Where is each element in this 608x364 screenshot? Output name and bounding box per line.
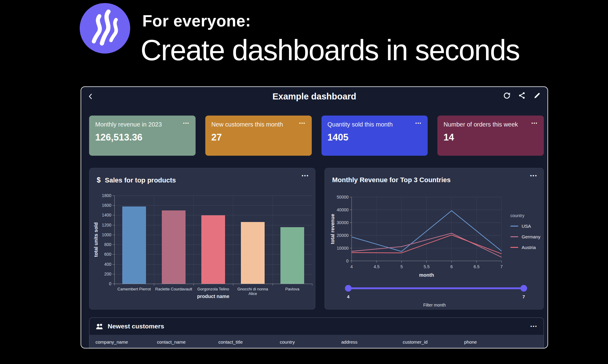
x-tick-label: 5: [400, 264, 403, 269]
page: For everyone: Create dashboards in secon…: [0, 0, 608, 364]
kpi-card-quantity-sold[interactable]: Quantity sold this month••• 1405: [321, 116, 428, 156]
window-actions: [502, 91, 541, 100]
y-tick: [113, 196, 114, 196]
slider-handle-min[interactable]: [345, 285, 352, 292]
column-header-customer-id[interactable]: customer_id: [403, 339, 464, 348]
bar-raclette-courdavault[interactable]: [162, 210, 186, 284]
chart-legend: countryUSAGermanyAustria: [510, 213, 540, 250]
x-category-label: Gorgonzola Telino: [193, 287, 233, 291]
slider-handle-max[interactable]: [520, 285, 527, 292]
y-axis-line: [114, 196, 115, 284]
y-tick: [113, 205, 114, 206]
kpi-cards-row: Monthly revenue in 2023••• 126,513.36 Ne…: [89, 116, 544, 156]
logo-circle: [80, 3, 130, 54]
kpi-card-orders-week[interactable]: Number of orders this week••• 14: [437, 116, 544, 156]
edit-pencil-icon: [533, 92, 541, 99]
slider-track[interactable]: [348, 287, 524, 289]
flame-logo-icon: [80, 3, 130, 54]
kpi-card-new-customers[interactable]: New customers this month••• 27: [205, 116, 312, 156]
month-filter-slider: 4 7 Filter month: [325, 283, 544, 309]
legend-item-austria[interactable]: Austria: [510, 245, 540, 250]
bar-camembert-pierrot[interactable]: [122, 206, 146, 284]
people-icon: [96, 323, 104, 330]
refresh-icon: [503, 92, 511, 99]
legend-item-germany[interactable]: Germany: [510, 234, 540, 239]
charts-row: $ Sales for top products ••• 02004006008…: [89, 168, 544, 310]
slider-max-label: 7: [520, 294, 527, 299]
column-header-contact-title[interactable]: contact_title: [218, 339, 280, 348]
x-tick-label: 5.5: [424, 264, 430, 269]
x-tick-label: 4: [350, 264, 353, 269]
panel-menu-dots[interactable]: •••: [530, 324, 537, 328]
x-tick: [273, 284, 273, 286]
x-tick: [233, 284, 233, 286]
kpi-card-monthly-revenue[interactable]: Monthly revenue in 2023••• 126,513.36: [89, 116, 196, 156]
gridline-x: [233, 196, 233, 284]
share-button[interactable]: [518, 91, 526, 100]
kpi-title: Number of orders this week: [443, 121, 518, 128]
x-category-label: Camembert Pierrot: [114, 287, 154, 291]
gridline-y: [114, 205, 312, 206]
legend-swatch: [510, 226, 518, 227]
bar-pavlova[interactable]: [280, 227, 304, 284]
bar-gorgonzola-telino[interactable]: [201, 215, 225, 284]
dashboard-window: Example dashboard: [81, 86, 548, 348]
y-tick: [113, 274, 114, 274]
slider-caption: Filter month: [325, 303, 544, 307]
bar-gnocchi-di-nonna-alice[interactable]: [241, 222, 265, 284]
x-axis-title: month: [419, 272, 434, 278]
x-tick-label: 6: [450, 264, 453, 269]
kpi-value: 1405: [328, 132, 422, 143]
bar-chart-plot: 020040060080010001200140016001800Camembe…: [89, 168, 315, 309]
x-tick-label: 7: [500, 264, 503, 269]
hero-title: Create dashboards in seconds: [141, 33, 519, 67]
legend-label: Austria: [522, 245, 536, 250]
hero-kicker: For everyone:: [142, 12, 251, 30]
kpi-menu-dots[interactable]: •••: [299, 121, 306, 125]
gridline-x: [154, 196, 154, 284]
column-header-contact-name[interactable]: contact_name: [157, 339, 218, 348]
customers-table-columns: company_namecontact_namecontact_titlecou…: [89, 335, 544, 348]
y-tick: [113, 225, 114, 225]
column-header-country[interactable]: country: [280, 339, 341, 348]
x-category-label: Pavlova: [273, 287, 312, 291]
y-axis-title: total revenue: [325, 197, 341, 261]
kpi-title: Quantity sold this month: [328, 121, 393, 128]
legend-label: Germany: [522, 234, 540, 239]
y-tick: [113, 254, 114, 255]
legend-swatch: [510, 236, 518, 237]
kpi-value: 126,513.36: [95, 132, 189, 143]
gridline-x: [273, 196, 273, 284]
y-axis-title: total units sold: [89, 196, 103, 284]
kpi-menu-dots[interactable]: •••: [183, 121, 189, 125]
x-tick: [114, 284, 115, 286]
x-category-label: Raclette Courdavault: [154, 287, 193, 291]
legend-swatch: [510, 247, 518, 248]
x-axis-line: [114, 284, 312, 284]
column-header-company-name[interactable]: company_name: [96, 339, 157, 348]
window-header: Example dashboard: [81, 87, 547, 106]
y-tick: [113, 215, 114, 215]
y-tick: [113, 235, 114, 235]
x-tick: [312, 284, 312, 286]
line-chart-panel: Monthly Revenue for Top 3 Countries ••• …: [325, 168, 544, 310]
x-axis-title: product name: [114, 294, 312, 299]
kpi-value: 14: [443, 132, 538, 143]
gridline-y: [114, 196, 312, 196]
column-header-phone[interactable]: phone: [464, 339, 526, 348]
edit-button[interactable]: [533, 91, 541, 100]
refresh-button[interactable]: [502, 91, 511, 100]
kpi-menu-dots[interactable]: •••: [531, 121, 538, 125]
kpi-menu-dots[interactable]: •••: [415, 121, 422, 125]
customers-table-panel: Newest customers ••• company_namecontact…: [89, 317, 544, 348]
x-tick: [154, 284, 154, 286]
x-tick-label: 4.5: [373, 264, 380, 269]
legend-label: USA: [522, 224, 531, 229]
y-tick: [113, 244, 114, 245]
legend-item-usa[interactable]: USA: [510, 224, 540, 229]
x-tick: [193, 284, 194, 286]
column-header-address[interactable]: address: [341, 339, 403, 348]
slider-min-label: 4: [345, 294, 352, 299]
legend-title: country: [510, 213, 540, 218]
x-tick-label: 6.5: [474, 264, 480, 269]
